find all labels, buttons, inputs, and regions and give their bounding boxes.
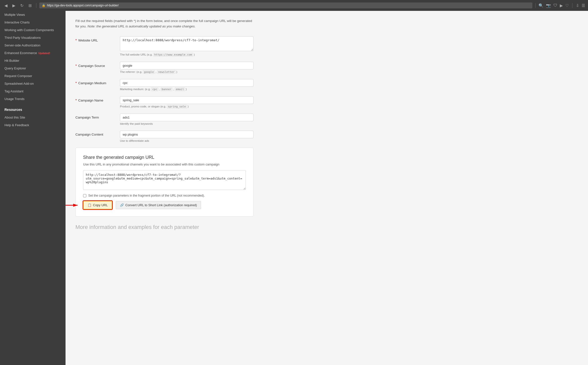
app-layout: Multiple Views Interactive Charts Workin… [0, 11, 588, 365]
hint-code-cpc: cpc [151, 87, 158, 91]
campaign-content-input[interactable] [120, 131, 253, 138]
intro-paragraph: Fill out the required fields (marked wit… [75, 18, 253, 29]
website-url-row: * Website URL http://localhost:8888/word… [75, 36, 253, 56]
sidebar-item-enhanced-ecommerce[interactable]: Enhanced Ecommerce Updated! [0, 49, 66, 57]
updated-badge: Updated! [39, 52, 50, 55]
browser-chrome: ◀ ▶ ↻ ⊞ 🔒 https://ga-dev-tools.appspot.c… [0, 0, 588, 11]
sidebar-item-hit-builder[interactable]: Hit Builder [0, 57, 66, 64]
browser-toolbar-icons: 🔍 📷 🛡 ▶ ♡ ⇩ ☰ [539, 3, 585, 8]
campaign-source-field-wrap: The referrer: (e.g. google , newsletter … [120, 62, 253, 74]
menu-icon[interactable]: ☰ [582, 3, 585, 8]
search-icon[interactable]: 🔍 [539, 3, 543, 8]
hint-code-google: google [143, 70, 155, 74]
refresh-button[interactable]: ↻ [19, 2, 25, 9]
campaign-content-label: Campaign Content [75, 131, 120, 136]
campaign-name-hint: Product, promo code, or slogan (e.g. spr… [120, 105, 253, 108]
sidebar-item-tag-assistant[interactable]: Tag Assistant [0, 87, 66, 95]
sidebar: Multiple Views Interactive Charts Workin… [0, 11, 66, 365]
main-content: Fill out the required fields (marked wit… [66, 11, 588, 365]
download-icon[interactable]: ⇩ [576, 3, 579, 8]
fragment-checkbox-row: Set the campaign parameters in the fragm… [83, 194, 246, 197]
sidebar-item-third-party[interactable]: Third Party Visualizations [0, 34, 66, 41]
share-box-description: Use this URL in any promotional channels… [83, 162, 246, 166]
website-url-hint-code: https://www.example.com [153, 53, 193, 57]
campaign-term-hint: Identify the paid keywords [120, 122, 253, 125]
sidebar-item-usage-trends[interactable]: Usage Trends [0, 95, 66, 103]
convert-url-button[interactable]: 🔗 Convert URL to Short Link (authorizati… [116, 201, 201, 209]
buttons-row: 📋 Copy URL 🔗 Convert URL to Short Link (… [83, 201, 246, 209]
link-icon: 🔗 [120, 203, 124, 207]
fragment-label: Set the campaign parameters in the fragm… [88, 194, 205, 197]
sidebar-item-server-auth[interactable]: Server-side Authorization [0, 41, 66, 49]
campaign-source-input[interactable] [120, 62, 253, 69]
copy-url-label: Copy URL [93, 203, 108, 207]
resources-section-title: Resources [0, 103, 66, 114]
hint-code-banner: banner [161, 87, 173, 91]
required-star4: * [75, 98, 77, 102]
campaign-name-label: * Campaign Name [75, 96, 120, 102]
fragment-checkbox[interactable] [83, 194, 86, 197]
copy-url-button[interactable]: 📋 Copy URL [83, 201, 112, 209]
website-url-label: * Website URL [75, 36, 120, 42]
separator [36, 3, 36, 8]
campaign-medium-label: * Campaign Medium [75, 79, 120, 85]
campaign-content-hint: Use to differentiate ads [120, 139, 253, 142]
address-bar[interactable]: 🔒 https://ga-dev-tools.appspot.com/campa… [39, 2, 532, 8]
campaign-content-field-wrap: Use to differentiate ads [120, 131, 253, 142]
campaign-medium-hint: Marketing medium: (e.g. cpc , banner , e… [120, 88, 253, 91]
forward-button[interactable]: ▶ [11, 2, 17, 9]
campaign-name-row: * Campaign Name Product, promo code, or … [75, 96, 253, 108]
campaign-name-field-wrap: Product, promo code, or slogan (e.g. spr… [120, 96, 253, 108]
share-box: Share the generated campaign URL Use thi… [75, 148, 253, 217]
website-url-input[interactable]: http://localhost:8888/wordpress/cf7-to-i… [120, 36, 253, 51]
required-star3: * [75, 81, 77, 85]
required-star2: * [75, 64, 77, 68]
camera-icon[interactable]: 📷 [546, 3, 551, 8]
clipboard-icon: 📋 [88, 203, 91, 207]
back-button[interactable]: ◀ [3, 2, 9, 9]
sidebar-item-custom-components[interactable]: Working with Custom Components [0, 26, 66, 34]
campaign-content-row: Campaign Content Use to differentiate ad… [75, 131, 253, 142]
arrow-svg [66, 200, 81, 210]
hint-code-newsletter: newsletter [157, 70, 176, 74]
sidebar-item-request-composer[interactable]: Request Composer [0, 72, 66, 80]
campaign-source-row: * Campaign Source The referrer: (e.g. go… [75, 62, 253, 74]
campaign-source-label: * Campaign Source [75, 62, 120, 68]
url-text: https://ga-dev-tools.appspot.com/campaig… [47, 4, 119, 7]
campaign-medium-input[interactable] [120, 79, 253, 87]
campaign-term-label: Campaign Term [75, 114, 120, 119]
campaign-term-field-wrap: Identify the paid keywords [120, 114, 253, 125]
sidebar-item-spreadsheet-addon[interactable]: Spreadsheet Add-on [0, 80, 66, 87]
campaign-term-row: Campaign Term Identify the paid keywords [75, 114, 253, 125]
shield-icon[interactable]: 🛡 [553, 3, 557, 8]
website-url-field-wrap: http://localhost:8888/wordpress/cf7-to-i… [120, 36, 253, 56]
more-info-heading: More information and examples for each p… [75, 224, 578, 230]
play-icon[interactable]: ▶ [560, 3, 563, 8]
campaign-term-input[interactable] [120, 114, 253, 121]
grid-button[interactable]: ⊞ [27, 2, 33, 9]
lock-icon: 🔒 [42, 4, 45, 7]
campaign-medium-field-wrap: Marketing medium: (e.g. cpc , banner , e… [120, 79, 253, 91]
convert-label: Convert URL to Short Link (authorization… [125, 203, 197, 207]
form-section: * Website URL http://localhost:8888/word… [75, 36, 253, 142]
heart-icon[interactable]: ♡ [565, 3, 569, 8]
sidebar-item-interactive-charts[interactable]: Interactive Charts [0, 19, 66, 26]
sidebar-item-about[interactable]: About this Site [0, 114, 66, 121]
campaign-name-input[interactable] [120, 96, 253, 104]
sidebar-item-help[interactable]: Help & Feedback [0, 121, 66, 129]
campaign-source-hint: The referrer: (e.g. google , newsletter … [120, 70, 253, 74]
hint-code-email: email [175, 87, 185, 91]
generated-url-textarea[interactable]: http://localhost:8888/wordpress/cf7-to-i… [83, 170, 246, 190]
hint-code-spring-sale: spring_sale [167, 105, 187, 108]
sidebar-item-multiple-views[interactable]: Multiple Views [0, 11, 66, 19]
sep3 [572, 3, 572, 8]
campaign-medium-row: * Campaign Medium Marketing medium: (e.g… [75, 79, 253, 91]
share-box-title: Share the generated campaign URL [83, 155, 246, 160]
arrow-indicator [66, 200, 81, 210]
website-url-hint: The full website URL (e.g. https://www.e… [120, 53, 253, 56]
separator2 [535, 3, 536, 8]
required-star: * [75, 38, 77, 42]
sidebar-item-query-explorer[interactable]: Query Explorer [0, 64, 66, 72]
